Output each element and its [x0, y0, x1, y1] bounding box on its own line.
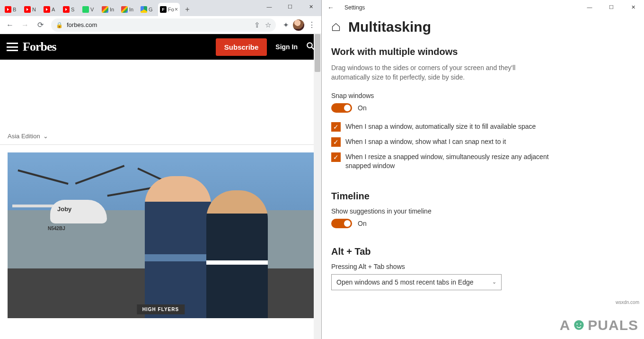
minimize-button[interactable]: —: [259, 0, 280, 13]
settings-window: ← Settings — ☐ ✕ Multitasking Work with …: [322, 0, 644, 339]
maximize-button[interactable]: ☐: [280, 0, 300, 13]
appuals-watermark: A ☻ PUALS: [560, 316, 638, 334]
bookmark-icon[interactable]: ☆: [265, 21, 271, 29]
tab-label: N: [32, 7, 36, 12]
forward-button[interactable]: →: [18, 18, 32, 32]
back-button[interactable]: ←: [3, 18, 17, 32]
settings-window-controls: — ☐ ✕: [579, 0, 644, 14]
svg-point-0: [307, 43, 312, 48]
profile-avatar[interactable]: [293, 19, 304, 31]
home-icon[interactable]: [331, 22, 341, 32]
section-heading-timeline: Timeline: [331, 191, 635, 202]
tab-close-icon[interactable]: ×: [175, 6, 178, 13]
tab-5[interactable]: In: [100, 3, 119, 16]
address-bar[interactable]: 🔒 forbes.com ⇪ ☆: [51, 18, 276, 32]
tab-label: Fo: [168, 7, 174, 12]
forbes-header: Forbes Subscribe Sign In: [0, 34, 321, 60]
tab-label: In: [110, 7, 114, 12]
lock-icon: 🔒: [56, 22, 63, 28]
alttab-dropdown[interactable]: Open windows and 5 most recent tabs in E…: [331, 274, 502, 290]
edition-label: Asia Edition: [8, 133, 40, 140]
snap-windows-toggle-row: On: [331, 103, 635, 113]
tab-0[interactable]: B: [3, 3, 22, 16]
settings-app-title: Settings: [344, 4, 365, 11]
snap-windows-toggle[interactable]: [331, 103, 352, 113]
checkbox-label: When I resize a snapped window, simultan…: [345, 152, 549, 171]
tab-label: S: [71, 7, 74, 12]
drive-icon: [141, 6, 147, 13]
tab-label: V: [90, 7, 94, 12]
new-tab-button[interactable]: +: [182, 4, 193, 15]
sign-in-link[interactable]: Sign In: [275, 43, 298, 51]
checkbox-resize[interactable]: ✓: [331, 152, 341, 162]
helicopter-illustration: N542BJ: [12, 171, 145, 238]
article-tag: HIGH FLYERS: [137, 304, 185, 314]
tab-4[interactable]: V: [80, 3, 100, 16]
section-heading-windows: Work with multiple windows: [331, 46, 635, 57]
reload-button[interactable]: ⟳: [33, 18, 47, 32]
tab-6[interactable]: In: [119, 3, 139, 16]
chrome-window-controls: — ☐ ✕: [259, 0, 321, 13]
settings-back-button[interactable]: ←: [327, 4, 341, 11]
gmail-icon: [102, 6, 108, 13]
hero-article[interactable]: N542BJ HIGH FLYERS: [0, 145, 321, 326]
checkbox-label: When I snap a window, show what I can sn…: [345, 137, 506, 147]
tab-8-active[interactable]: FFo×: [158, 3, 180, 16]
section-heading-alttab: Alt + Tab: [331, 246, 635, 257]
people-illustration: [145, 171, 277, 318]
share-icon[interactable]: ⇪: [254, 21, 260, 29]
chrome-menu-icon[interactable]: ⋮: [305, 20, 318, 29]
checkbox-autosize[interactable]: ✓: [331, 122, 341, 132]
page-content: Forbes Subscribe Sign In Asia Edition ⌄: [0, 34, 321, 339]
chevron-down-icon: ⌄: [43, 133, 48, 140]
timeline-suggestions-label: Show suggestions in your timeline: [331, 207, 635, 215]
forbes-logo[interactable]: Forbes: [23, 40, 56, 54]
youtube-icon: [63, 6, 70, 13]
youtube-icon: [5, 6, 11, 13]
forbes-icon: F: [160, 6, 167, 13]
subscribe-button[interactable]: Subscribe: [216, 38, 267, 56]
timeline-toggle[interactable]: [331, 219, 352, 228]
settings-page-header: Multitasking: [331, 19, 635, 35]
close-window-button[interactable]: ✕: [622, 0, 644, 14]
tab-2[interactable]: A: [42, 3, 61, 16]
tab-label: G: [149, 7, 153, 12]
whatsapp-icon: [82, 6, 89, 13]
tab-label: In: [129, 7, 133, 12]
extensions-icon[interactable]: ✦: [280, 19, 292, 31]
tab-label: B: [13, 7, 16, 12]
vertical-scrollbar[interactable]: [314, 34, 321, 339]
tabstrip: B N A S V In In G FFo× +: [0, 0, 193, 16]
minimize-button[interactable]: —: [579, 0, 600, 14]
watermark-face-icon: ☻: [571, 315, 588, 333]
edition-selector[interactable]: Asia Edition ⌄: [0, 126, 321, 145]
gmail-icon: [121, 6, 128, 13]
tab-label: A: [52, 7, 55, 12]
youtube-icon: [24, 6, 31, 13]
settings-content: Multitasking Work with multiple windows …: [322, 15, 644, 290]
hero-image: N542BJ HIGH FLYERS: [8, 152, 314, 318]
chrome-toolbar: ← → ⟳ 🔒 forbes.com ⇪ ☆ ✦ ⋮: [0, 16, 321, 34]
checkbox-snapassist[interactable]: ✓: [331, 137, 341, 147]
checkbox-row-autosize: ✓ When I snap a window, automatically si…: [331, 122, 549, 132]
tab-7[interactable]: G: [139, 3, 158, 16]
timeline-toggle-row: On: [331, 219, 635, 228]
maximize-button[interactable]: ☐: [600, 0, 622, 14]
checkbox-row-resize: ✓ When I resize a snapped window, simult…: [331, 152, 549, 171]
chrome-titlebar: B N A S V In In G FFo× + — ☐ ✕: [0, 0, 321, 16]
hamburger-icon[interactable]: [7, 43, 18, 51]
tab-3[interactable]: S: [61, 3, 80, 16]
section-description: Drag windows to the sides or corners of …: [331, 63, 549, 82]
forbes-body: Asia Edition ⌄ N542BJ: [0, 126, 321, 326]
url-text: forbes.com: [67, 21, 97, 28]
tab-1[interactable]: N: [22, 3, 42, 16]
dropdown-selected: Open windows and 5 most recent tabs in E…: [336, 278, 474, 286]
youtube-icon: [44, 6, 50, 13]
chevron-down-icon: ⌄: [492, 279, 496, 285]
scrollbar-thumb[interactable]: [315, 34, 320, 72]
close-window-button[interactable]: ✕: [300, 0, 321, 13]
checkbox-label: When I snap a window, automatically size…: [345, 122, 536, 132]
watermark-b: PUALS: [588, 317, 638, 333]
watermark-a: A: [560, 317, 571, 333]
toggle-state: On: [358, 104, 367, 112]
